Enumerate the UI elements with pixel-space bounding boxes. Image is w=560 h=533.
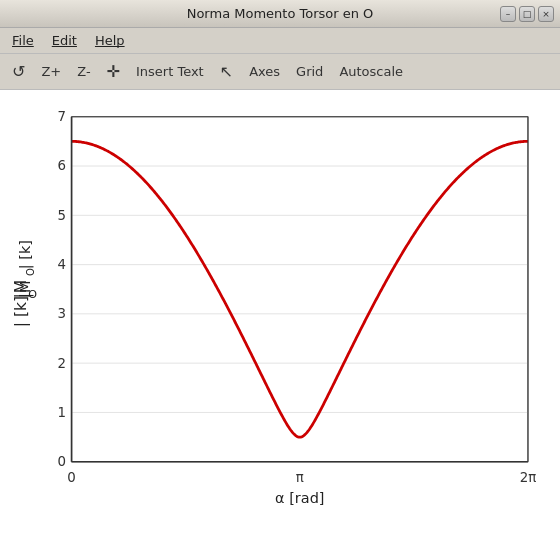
y-tick-1: 1 [57,405,66,420]
zoom-in-label: Z+ [41,64,61,79]
axes-label: Axes [249,64,280,79]
window-controls: – □ × [500,6,554,22]
menu-file[interactable]: File [4,30,42,51]
y-tick-0: 0 [57,454,66,469]
axes-button[interactable]: Axes [243,60,286,83]
x-tick-pi: π [296,470,304,485]
autoscale-button[interactable]: Autoscale [333,60,409,83]
plot-border [72,117,528,462]
close-button[interactable]: × [538,6,554,22]
toolbar: ↺ Z+ Z- ✛ Insert Text ↖ Axes Grid Autosc… [0,54,560,90]
grid-label: Grid [296,64,323,79]
pan-icon: ✛ [107,64,120,80]
reset-zoom-button[interactable]: ↺ [6,60,31,84]
plot-container: |M O | [k] |M O | [k] 0 1 [0,90,560,533]
y-tick-2: 2 [57,356,66,371]
arrow-tool-icon: ↖ [220,64,233,80]
minimize-button[interactable]: – [500,6,516,22]
zoom-in-button[interactable]: Z+ [35,60,67,83]
x-tick-2pi: 2π [520,470,537,485]
autoscale-label: Autoscale [339,64,403,79]
x-axis-label: α [rad] [275,490,324,506]
svg-text:|M: |M [17,281,34,298]
titlebar: Norma Momento Torsor en O – □ × [0,0,560,28]
zoom-out-label: Z- [77,64,90,79]
y-tick-6: 6 [57,158,66,173]
y-tick-3: 3 [57,306,66,321]
zoom-out-button[interactable]: Z- [71,60,96,83]
insert-text-button[interactable]: Insert Text [130,60,210,83]
x-tick-0: 0 [67,470,76,485]
svg-text:| [k]: | [k] [17,240,34,269]
y-label-group: |M O | [k] [17,240,35,298]
plot-wrapper: |M O | [k] |M O | [k] 0 1 [5,100,550,523]
window-title: Norma Momento Torsor en O [187,6,374,21]
menu-help[interactable]: Help [87,30,133,51]
menubar: File Edit Help [0,28,560,54]
menu-edit[interactable]: Edit [44,30,85,51]
y-tick-7: 7 [57,109,66,124]
y-tick-4: 4 [57,257,66,272]
arrow-tool-button[interactable]: ↖ [214,60,239,84]
reset-zoom-icon: ↺ [12,64,25,80]
grid-button[interactable]: Grid [290,60,329,83]
pan-button[interactable]: ✛ [101,60,126,84]
chart-svg: |M O | [k] |M O | [k] 0 1 [5,100,550,523]
maximize-button[interactable]: □ [519,6,535,22]
y-tick-5: 5 [57,208,66,223]
insert-text-label: Insert Text [136,64,204,79]
y-axis-label2: | [k] [12,296,30,327]
